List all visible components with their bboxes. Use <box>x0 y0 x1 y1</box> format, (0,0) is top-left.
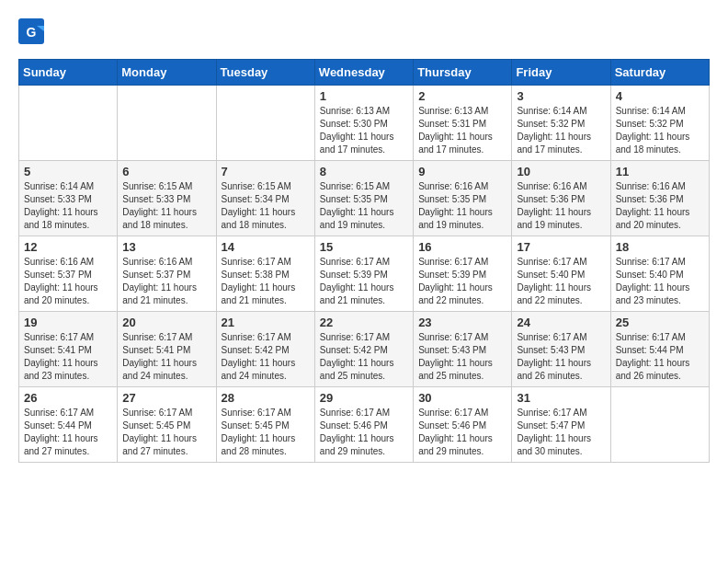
day-number: 29 <box>320 391 408 405</box>
day-number: 11 <box>616 165 704 178</box>
svg-text:G: G <box>27 25 37 40</box>
day-number: 6 <box>122 165 210 178</box>
calendar-table: SundayMondayTuesdayWednesdayThursdayFrid… <box>18 59 710 463</box>
calendar-cell: 11Sunrise: 6:16 AMSunset: 5:36 PMDayligh… <box>610 161 709 236</box>
calendar-cell: 30Sunrise: 6:17 AMSunset: 5:46 PMDayligh… <box>414 387 512 463</box>
day-number: 24 <box>517 316 605 329</box>
calendar-week-row: 26Sunrise: 6:17 AMSunset: 5:44 PMDayligh… <box>19 387 710 463</box>
day-info: Sunrise: 6:17 AMSunset: 5:44 PMDaylight:… <box>616 331 704 383</box>
day-info: Sunrise: 6:13 AMSunset: 5:31 PMDaylight:… <box>418 105 506 156</box>
day-info: Sunrise: 6:17 AMSunset: 5:40 PMDaylight:… <box>616 256 704 307</box>
day-number: 30 <box>418 391 506 405</box>
calendar-cell <box>610 387 709 463</box>
calendar-cell: 29Sunrise: 6:17 AMSunset: 5:46 PMDayligh… <box>314 387 413 463</box>
day-info: Sunrise: 6:17 AMSunset: 5:47 PMDaylight:… <box>517 407 605 458</box>
column-header-sunday: Sunday <box>19 60 118 86</box>
calendar-cell: 26Sunrise: 6:17 AMSunset: 5:44 PMDayligh… <box>19 387 118 463</box>
day-number: 25 <box>616 316 704 329</box>
day-info: Sunrise: 6:17 AMSunset: 5:44 PMDaylight:… <box>24 407 112 458</box>
calendar-cell <box>216 86 314 161</box>
day-number: 10 <box>517 165 605 178</box>
column-header-saturday: Saturday <box>610 60 709 86</box>
calendar-cell: 3Sunrise: 6:14 AMSunset: 5:32 PMDaylight… <box>512 86 610 161</box>
day-info: Sunrise: 6:16 AMSunset: 5:36 PMDaylight:… <box>517 180 605 232</box>
day-number: 15 <box>320 240 408 254</box>
calendar-cell: 27Sunrise: 6:17 AMSunset: 5:45 PMDayligh… <box>118 387 216 463</box>
calendar-cell: 2Sunrise: 6:13 AMSunset: 5:31 PMDaylight… <box>414 86 512 161</box>
day-number: 16 <box>418 240 506 254</box>
calendar-cell: 6Sunrise: 6:15 AMSunset: 5:33 PMDaylight… <box>118 161 216 236</box>
day-info: Sunrise: 6:17 AMSunset: 5:41 PMDaylight:… <box>24 331 112 383</box>
day-number: 26 <box>24 391 112 405</box>
day-number: 31 <box>517 391 605 405</box>
day-number: 4 <box>616 89 704 103</box>
day-number: 22 <box>320 316 408 329</box>
column-header-thursday: Thursday <box>414 60 512 86</box>
column-header-tuesday: Tuesday <box>216 60 314 86</box>
calendar-header-row: SundayMondayTuesdayWednesdayThursdayFrid… <box>19 60 710 86</box>
day-number: 7 <box>222 165 310 178</box>
day-number: 13 <box>122 240 210 254</box>
calendar-cell: 4Sunrise: 6:14 AMSunset: 5:32 PMDaylight… <box>610 86 709 161</box>
day-info: Sunrise: 6:17 AMSunset: 5:43 PMDaylight:… <box>517 331 605 383</box>
day-info: Sunrise: 6:16 AMSunset: 5:36 PMDaylight:… <box>616 180 704 232</box>
day-number: 18 <box>616 240 704 254</box>
calendar-cell: 19Sunrise: 6:17 AMSunset: 5:41 PMDayligh… <box>19 312 118 387</box>
calendar-cell: 23Sunrise: 6:17 AMSunset: 5:43 PMDayligh… <box>414 312 512 387</box>
day-info: Sunrise: 6:17 AMSunset: 5:46 PMDaylight:… <box>320 407 408 458</box>
calendar-cell: 20Sunrise: 6:17 AMSunset: 5:41 PMDayligh… <box>118 312 216 387</box>
day-info: Sunrise: 6:16 AMSunset: 5:37 PMDaylight:… <box>24 256 112 307</box>
day-info: Sunrise: 6:17 AMSunset: 5:45 PMDaylight:… <box>122 407 210 458</box>
calendar-cell: 25Sunrise: 6:17 AMSunset: 5:44 PMDayligh… <box>610 312 709 387</box>
day-number: 19 <box>24 316 112 329</box>
day-info: Sunrise: 6:17 AMSunset: 5:38 PMDaylight:… <box>222 256 310 307</box>
calendar-cell <box>118 86 216 161</box>
page-header: G <box>18 18 710 44</box>
day-info: Sunrise: 6:16 AMSunset: 5:37 PMDaylight:… <box>122 256 210 307</box>
calendar-week-row: 19Sunrise: 6:17 AMSunset: 5:41 PMDayligh… <box>19 312 710 387</box>
day-number: 1 <box>320 89 408 103</box>
calendar-cell: 22Sunrise: 6:17 AMSunset: 5:42 PMDayligh… <box>314 312 413 387</box>
day-number: 14 <box>222 240 310 254</box>
calendar-week-row: 1Sunrise: 6:13 AMSunset: 5:30 PMDaylight… <box>19 86 710 161</box>
logo: G <box>18 18 48 44</box>
logo-icon: G <box>18 18 44 44</box>
calendar-cell: 17Sunrise: 6:17 AMSunset: 5:40 PMDayligh… <box>512 236 610 312</box>
calendar-cell: 7Sunrise: 6:15 AMSunset: 5:34 PMDaylight… <box>216 161 314 236</box>
day-number: 20 <box>122 316 210 329</box>
day-number: 2 <box>418 89 506 103</box>
day-info: Sunrise: 6:17 AMSunset: 5:40 PMDaylight:… <box>517 256 605 307</box>
day-info: Sunrise: 6:14 AMSunset: 5:32 PMDaylight:… <box>616 105 704 156</box>
day-info: Sunrise: 6:15 AMSunset: 5:34 PMDaylight:… <box>222 180 310 232</box>
day-info: Sunrise: 6:15 AMSunset: 5:35 PMDaylight:… <box>320 180 408 232</box>
calendar-cell: 21Sunrise: 6:17 AMSunset: 5:42 PMDayligh… <box>216 312 314 387</box>
day-info: Sunrise: 6:13 AMSunset: 5:30 PMDaylight:… <box>320 105 408 156</box>
column-header-monday: Monday <box>118 60 216 86</box>
day-number: 8 <box>320 165 408 178</box>
column-header-wednesday: Wednesday <box>314 60 413 86</box>
day-info: Sunrise: 6:17 AMSunset: 5:43 PMDaylight:… <box>418 331 506 383</box>
day-number: 23 <box>418 316 506 329</box>
day-info: Sunrise: 6:17 AMSunset: 5:45 PMDaylight:… <box>222 407 310 458</box>
calendar-cell: 12Sunrise: 6:16 AMSunset: 5:37 PMDayligh… <box>19 236 118 312</box>
day-info: Sunrise: 6:14 AMSunset: 5:33 PMDaylight:… <box>24 180 112 232</box>
calendar-cell <box>19 86 118 161</box>
column-header-friday: Friday <box>512 60 610 86</box>
day-number: 17 <box>517 240 605 254</box>
calendar-cell: 5Sunrise: 6:14 AMSunset: 5:33 PMDaylight… <box>19 161 118 236</box>
day-info: Sunrise: 6:17 AMSunset: 5:39 PMDaylight:… <box>320 256 408 307</box>
day-info: Sunrise: 6:14 AMSunset: 5:32 PMDaylight:… <box>517 105 605 156</box>
day-number: 9 <box>418 165 506 178</box>
day-info: Sunrise: 6:17 AMSunset: 5:39 PMDaylight:… <box>418 256 506 307</box>
calendar-cell: 28Sunrise: 6:17 AMSunset: 5:45 PMDayligh… <box>216 387 314 463</box>
calendar-cell: 14Sunrise: 6:17 AMSunset: 5:38 PMDayligh… <box>216 236 314 312</box>
day-info: Sunrise: 6:15 AMSunset: 5:33 PMDaylight:… <box>122 180 210 232</box>
calendar-week-row: 12Sunrise: 6:16 AMSunset: 5:37 PMDayligh… <box>19 236 710 312</box>
day-number: 3 <box>517 89 605 103</box>
day-number: 28 <box>222 391 310 405</box>
calendar-week-row: 5Sunrise: 6:14 AMSunset: 5:33 PMDaylight… <box>19 161 710 236</box>
day-info: Sunrise: 6:17 AMSunset: 5:41 PMDaylight:… <box>122 331 210 383</box>
day-number: 21 <box>222 316 310 329</box>
calendar-cell: 24Sunrise: 6:17 AMSunset: 5:43 PMDayligh… <box>512 312 610 387</box>
calendar-cell: 9Sunrise: 6:16 AMSunset: 5:35 PMDaylight… <box>414 161 512 236</box>
